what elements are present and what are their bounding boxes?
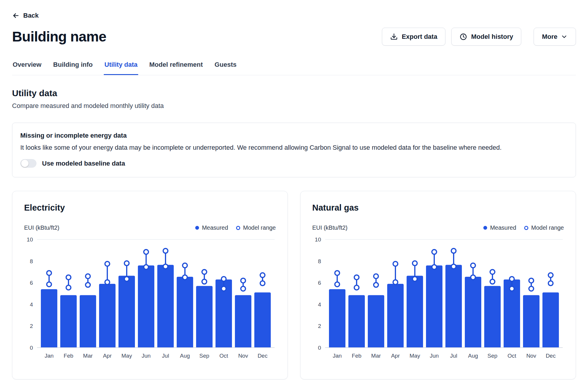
bar [60, 295, 77, 348]
model-history-label: Model history [471, 33, 513, 41]
month-label: Jan [45, 353, 54, 359]
bar [523, 295, 539, 348]
model-range-high-marker [66, 275, 71, 280]
model-range-high-marker [202, 270, 207, 274]
y-tick-label: 6 [318, 280, 321, 286]
tab-building-info[interactable]: Building info [53, 60, 93, 75]
bar [542, 292, 559, 347]
model-range-high-marker [393, 261, 398, 266]
export-data-button[interactable]: Export data [382, 28, 445, 46]
model-range-low-marker [260, 281, 265, 286]
y-tick-label: 4 [318, 301, 321, 308]
tab-bar: Overview Building info Utility data Mode… [12, 60, 576, 75]
back-button[interactable]: Back [12, 0, 39, 19]
natural-gas-legend: Measured Model range [483, 224, 564, 231]
month-label: Nov [238, 353, 248, 359]
month-label: Jun [142, 353, 151, 359]
model-range-high-marker [144, 250, 148, 254]
model-range-low-marker [374, 283, 378, 287]
month-label: Jul [162, 353, 169, 359]
bar [368, 295, 384, 348]
model-range-low-marker [221, 286, 226, 291]
model-range-low-marker [183, 275, 187, 280]
electricity-chart-title: Electricity [24, 203, 276, 213]
month-label: Dec [258, 353, 268, 359]
bar [387, 284, 404, 348]
model-range-low-marker [548, 281, 553, 286]
y-tick-label: 2 [30, 323, 33, 329]
use-modeled-baseline-toggle[interactable] [20, 159, 36, 168]
month-label: May [121, 353, 132, 359]
section-subtitle: Compare measured and modeled monthly uti… [12, 102, 576, 110]
bar [426, 265, 442, 347]
natural-gas-chart: 0246810JanFebMarAprMayJunJulAugSepOctNov… [312, 235, 564, 365]
y-tick-label: 6 [30, 280, 33, 286]
tab-utility-data[interactable]: Utility data [104, 60, 138, 75]
bar [445, 265, 462, 348]
month-label: Feb [64, 353, 74, 359]
bar [407, 276, 423, 347]
natural-gas-y-axis-label: EUI (kBtu/ft2) [312, 224, 348, 231]
month-label: Dec [546, 353, 556, 359]
model-range-low-marker [86, 283, 90, 287]
bar [177, 277, 193, 348]
model-range-low-marker [490, 279, 495, 284]
y-tick-label: 4 [30, 301, 33, 308]
chevron-down-icon [561, 33, 568, 40]
month-label: Sep [487, 353, 497, 359]
tab-model-refinement[interactable]: Model refinement [149, 60, 203, 75]
toggle-label: Use modeled baseline data [42, 160, 125, 167]
month-label: Feb [352, 353, 362, 359]
electricity-legend: Measured Model range [195, 224, 276, 231]
y-tick-label: 8 [30, 258, 33, 264]
model-range-low-marker [393, 280, 398, 284]
y-tick-label: 8 [318, 258, 321, 264]
measured-dot-icon [195, 226, 199, 230]
model-range-high-marker [183, 263, 187, 268]
tab-overview[interactable]: Overview [12, 60, 42, 75]
model-range-low-marker [529, 286, 534, 291]
back-label: Back [23, 12, 39, 19]
tab-guests[interactable]: Guests [214, 60, 237, 75]
model-range-high-marker [124, 261, 129, 266]
model-range-low-marker [202, 279, 207, 284]
month-label: Apr [391, 353, 400, 359]
month-label: Oct [507, 353, 516, 359]
model-range-high-marker [241, 278, 245, 283]
more-button[interactable]: More [534, 28, 576, 46]
model-range-low-marker [105, 280, 110, 284]
model-range-low-marker [144, 265, 148, 269]
model-range-low-marker [432, 265, 437, 269]
model-range-high-marker [105, 261, 110, 266]
model-range-high-marker [451, 249, 456, 253]
download-icon [390, 33, 398, 41]
model-range-high-marker [260, 273, 265, 278]
month-label: Apr [103, 353, 112, 359]
y-tick-label: 0 [30, 345, 33, 351]
electricity-y-axis-label: EUI (kBtu/ft2) [24, 224, 59, 231]
alert-body: It looks like some of your energy data m… [20, 144, 568, 151]
bar [138, 265, 154, 347]
missing-data-alert: Missing or incomplete energy data It loo… [12, 123, 576, 177]
bar [465, 277, 481, 348]
model-range-low-marker [66, 285, 71, 290]
bar [348, 295, 365, 348]
legend-model-range-label: Model range [531, 224, 564, 231]
month-label: Jan [333, 353, 342, 359]
bar [80, 295, 96, 348]
bar [99, 284, 116, 348]
model-history-button[interactable]: Model history [451, 28, 521, 46]
model-range-low-marker [451, 264, 456, 269]
y-tick-label: 0 [318, 345, 321, 351]
bar [484, 286, 501, 348]
bar [235, 295, 251, 348]
bar [157, 265, 174, 348]
model-range-high-marker [163, 249, 168, 253]
model-range-low-marker [471, 275, 475, 280]
model-range-low-marker [47, 282, 51, 287]
page: Back Building name Export data Model his… [0, 0, 588, 379]
natural-gas-card: Natural gas EUI (kBtu/ft2) Measured Mode… [300, 191, 576, 379]
month-label: Oct [219, 353, 228, 359]
model-range-high-marker [432, 250, 437, 254]
page-title: Building name [12, 29, 106, 45]
